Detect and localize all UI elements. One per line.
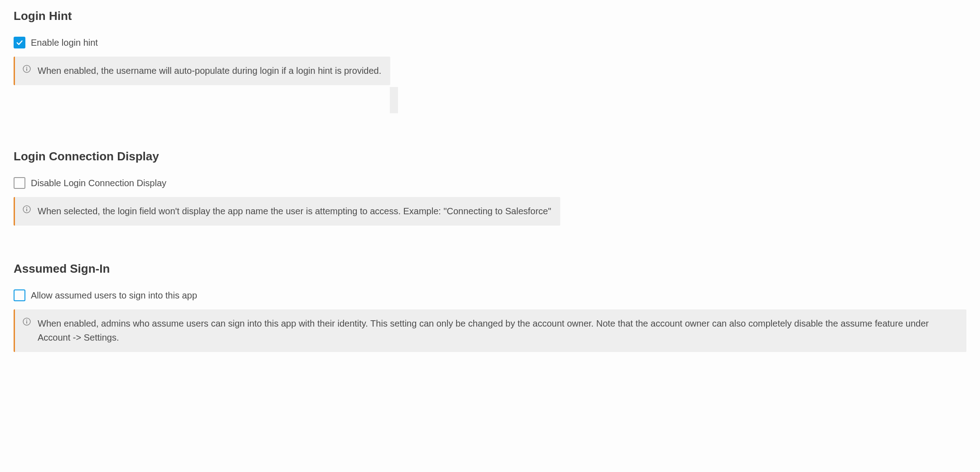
enable-login-hint-label: Enable login hint (31, 38, 98, 48)
login-connection-checkbox-row: Disable Login Connection Display (14, 177, 966, 189)
svg-rect-2 (26, 68, 27, 71)
decorative-block (390, 87, 398, 113)
section-login-connection: Login Connection Display Disable Login C… (14, 149, 966, 226)
login-hint-checkbox-row: Enable login hint (14, 37, 966, 48)
svg-rect-5 (26, 209, 27, 212)
svg-rect-8 (26, 321, 27, 324)
login-connection-info-text: When selected, the login field won't dis… (38, 204, 551, 218)
login-hint-info-text: When enabled, the username will auto-pop… (38, 64, 381, 78)
info-icon (22, 64, 31, 73)
assumed-signin-info-banner: When enabled, admins who assume users ca… (14, 309, 966, 352)
info-icon (22, 317, 31, 326)
enable-login-hint-checkbox[interactable] (14, 37, 25, 48)
assumed-signin-checkbox-row: Allow assumed users to sign into this ap… (14, 289, 966, 301)
disable-login-connection-checkbox[interactable] (14, 177, 25, 189)
section-login-hint: Login Hint Enable login hint When enable… (14, 9, 966, 113)
disable-login-connection-label: Disable Login Connection Display (31, 178, 166, 188)
login-connection-info-banner: When selected, the login field won't dis… (14, 197, 560, 226)
info-icon (22, 205, 31, 214)
assumed-signin-heading: Assumed Sign-In (14, 262, 966, 276)
allow-assumed-signin-checkbox[interactable] (14, 289, 25, 301)
login-hint-info-banner: When enabled, the username will auto-pop… (14, 57, 390, 85)
check-icon (15, 39, 24, 47)
svg-point-1 (26, 67, 27, 67)
section-assumed-signin: Assumed Sign-In Allow assumed users to s… (14, 262, 966, 352)
assumed-signin-info-text: When enabled, admins who assume users ca… (38, 317, 957, 345)
allow-assumed-signin-label: Allow assumed users to sign into this ap… (31, 290, 197, 301)
svg-point-4 (26, 207, 27, 208)
svg-point-7 (26, 319, 27, 320)
login-hint-heading: Login Hint (14, 9, 966, 23)
login-connection-heading: Login Connection Display (14, 149, 966, 164)
